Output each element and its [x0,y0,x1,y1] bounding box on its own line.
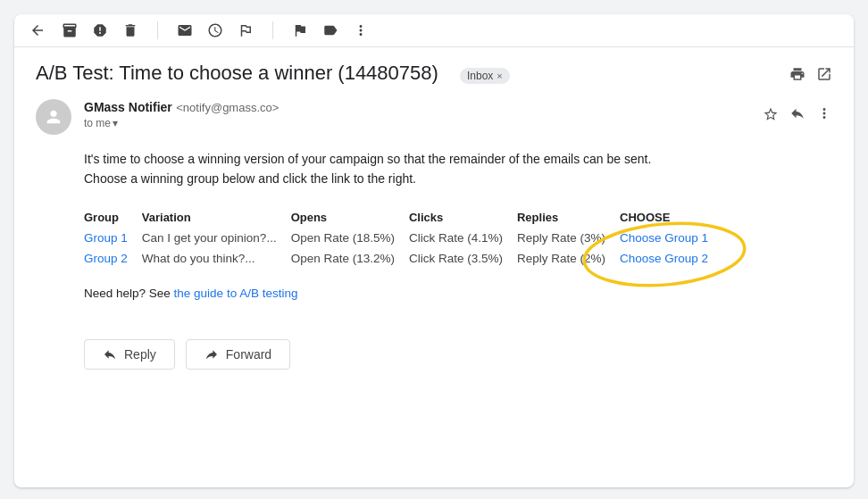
task-icon[interactable] [237,21,255,39]
col-clicks: Clicks [409,207,517,228]
inbox-label: Inbox [467,70,493,82]
body-text: It's time to choose a winning version of… [84,149,832,189]
row2-clicks: Click Rate (3.5%) [409,248,517,269]
col-variation: Variation [142,207,291,228]
toolbar-actions-2 [176,21,255,39]
to-label: to me [84,117,111,129]
footer-buttons: Reply Forward [63,339,854,391]
body-line2: Choose a winning group below and click t… [84,171,416,186]
toolbar-actions [61,21,139,39]
forward-button[interactable]: Forward [186,339,290,370]
row1-group: Group 1 [84,228,142,248]
row2-variation: What do you think?... [142,248,291,269]
avatar [36,99,71,135]
new-window-icon[interactable] [816,64,832,83]
label-icon[interactable] [321,21,339,39]
help-text: Need help? See the guide to A/B testing [84,287,832,300]
email-subject: A/B Test: Time to choose a winner (14480… [36,62,779,85]
snooze-icon[interactable] [206,21,224,39]
report-icon[interactable] [91,21,109,39]
inbox-close-icon[interactable]: × [497,71,502,81]
forward-label: Forward [226,347,271,362]
choose-group2-link[interactable]: Choose Group 2 [620,252,708,265]
table-row: Group 2 What do you think?... Open Rate … [84,248,722,269]
row1-choose[interactable]: Choose Group 1 [620,228,722,248]
choose-group1-link[interactable]: Choose Group 1 [620,231,708,245]
sender-actions [763,99,832,123]
toolbar-actions-3 [291,21,370,39]
row1-clicks: Click Rate (4.1%) [409,228,517,248]
reply-header-icon[interactable] [789,104,805,122]
body-line1: It's time to choose a winning version of… [84,152,651,166]
dropdown-arrow-icon: ▾ [113,117,118,129]
subject-text: A/B Test: Time to choose a winner (14480… [36,62,438,84]
row2-group: Group 2 [84,248,142,269]
inbox-badge[interactable]: Inbox × [460,68,510,84]
mark-unread-icon[interactable] [176,21,194,39]
toolbar [14,14,854,47]
sender-email-address: <notify@gmass.co> [176,101,279,114]
row1-opens: Open Rate (18.5%) [291,228,409,248]
email-body: It's time to choose a winning version of… [14,142,854,339]
sender-name: GMass Notifier [84,100,172,114]
back-button[interactable] [29,21,46,39]
col-group: Group [84,207,142,228]
header-right-icons [789,64,832,83]
sender-info: GMass Notifier <notify@gmass.co> to me ▾ [84,99,750,129]
row2-opens: Open Rate (13.2%) [291,248,409,269]
col-opens: Opens [291,207,409,228]
reply-button[interactable]: Reply [84,339,175,370]
table-header-row: Group Variation Opens Clicks Replies CHO… [84,207,722,228]
col-choose: CHOOSE [620,207,722,228]
star-icon[interactable] [763,103,779,123]
print-icon[interactable] [789,64,805,83]
ab-test-table-wrapper: Group Variation Opens Clicks Replies CHO… [84,207,722,283]
row2-replies: Reply Rate (2%) [517,248,620,269]
delete-icon[interactable] [121,21,139,39]
row1-variation: Can I get your opinion?... [142,228,291,248]
ab-test-table: Group Variation Opens Clicks Replies CHO… [84,207,722,269]
sender-row: GMass Notifier <notify@gmass.co> to me ▾ [14,92,854,142]
more-sender-icon[interactable] [816,104,832,122]
toolbar-sep-icon [157,21,158,39]
help-prefix: Need help? See [84,287,174,300]
row2-choose[interactable]: Choose Group 2 [620,248,722,269]
ab-testing-guide-link[interactable]: the guide to A/B testing [174,287,298,300]
move-icon[interactable] [291,21,309,39]
row1-replies: Reply Rate (3%) [517,228,620,248]
more-toolbar-icon[interactable] [352,21,370,39]
email-header: A/B Test: Time to choose a winner (14480… [14,47,854,92]
archive-icon[interactable] [61,21,79,39]
sender-name-line: GMass Notifier <notify@gmass.co> [84,99,750,115]
email-card: A/B Test: Time to choose a winner (14480… [14,14,854,487]
to-me-dropdown[interactable]: to me ▾ [84,117,750,129]
reply-label: Reply [124,347,156,362]
table-row: Group 1 Can I get your opinion?... Open … [84,228,722,248]
col-replies: Replies [517,207,620,228]
toolbar-sep2-icon [272,21,273,39]
